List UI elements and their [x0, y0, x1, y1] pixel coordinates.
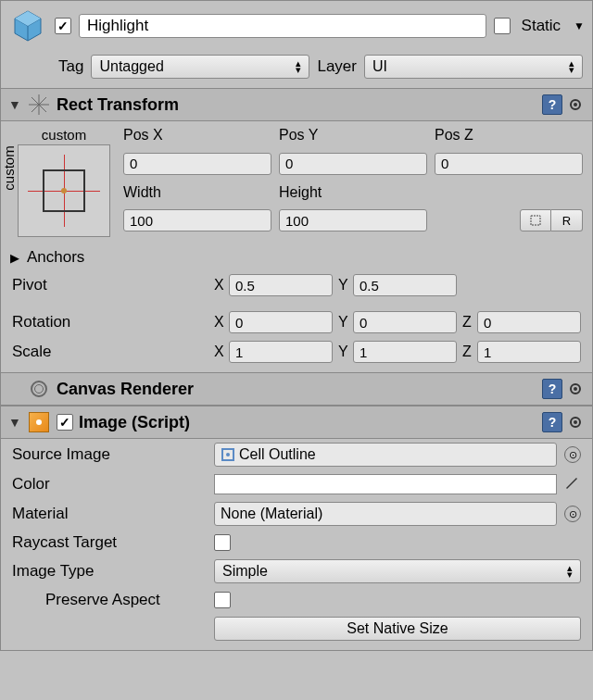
y-label: Y	[338, 344, 349, 360]
source-image-value: Cell Outline	[239, 446, 316, 463]
rotation-z-input[interactable]	[477, 311, 581, 333]
raycast-target-label: Raycast Target	[12, 533, 207, 552]
x-label: X	[214, 277, 225, 294]
static-checkbox[interactable]	[494, 18, 511, 34]
image-type-dropdown[interactable]: Simple ▴▾	[214, 559, 581, 583]
help-icon[interactable]: ?	[542, 379, 562, 399]
pivot-y-input[interactable]	[353, 274, 457, 296]
anchors-foldout[interactable]: ▶	[10, 251, 23, 265]
gameobject-cube-icon	[8, 6, 47, 45]
scale-label: Scale	[12, 343, 207, 361]
anchors-label: Anchors	[27, 248, 84, 267]
rotation-label: Rotation	[12, 313, 207, 331]
pivot-x-input[interactable]	[229, 274, 333, 296]
height-label: Height	[279, 184, 427, 206]
help-icon[interactable]: ?	[542, 94, 562, 115]
gear-icon[interactable]	[566, 96, 585, 113]
rect-transform-foldout[interactable]: ▼	[8, 97, 21, 112]
image-type-value: Simple	[222, 563, 268, 580]
posz-input[interactable]	[435, 153, 583, 175]
color-field[interactable]	[214, 474, 557, 494]
gear-icon[interactable]	[566, 381, 585, 397]
z-label: Z	[462, 344, 473, 360]
posy-input[interactable]	[279, 153, 427, 175]
svg-point-13	[574, 420, 577, 424]
rotation-y-input[interactable]	[353, 311, 457, 333]
blueprint-mode-button[interactable]	[520, 209, 551, 231]
anchor-preset-side-label: custom	[1, 145, 17, 190]
x-label: X	[214, 344, 225, 360]
scale-z-input[interactable]	[477, 341, 581, 363]
image-title: Image (Script)	[79, 413, 542, 432]
tag-value: Untagged	[99, 58, 163, 75]
pivot-label: Pivot	[12, 276, 207, 294]
posx-label: Pos X	[123, 127, 271, 149]
x-label: X	[214, 314, 225, 331]
preserve-aspect-label: Preserve Aspect	[12, 591, 207, 609]
anchor-preset-top-label: custom	[10, 127, 118, 143]
layer-dropdown[interactable]: UI ▴▾	[364, 55, 583, 79]
anchor-preset-button[interactable]: custom custom	[10, 127, 118, 237]
image-type-label: Image Type	[12, 562, 207, 581]
color-label: Color	[12, 475, 207, 494]
canvas-renderer-title: Canvas Renderer	[57, 380, 542, 399]
image-enabled-checkbox[interactable]	[57, 414, 73, 431]
tag-label: Tag	[58, 57, 83, 76]
image-component-icon	[27, 410, 51, 434]
tag-dropdown[interactable]: Untagged ▴▾	[91, 55, 309, 79]
set-native-size-button[interactable]: Set Native Size	[214, 617, 581, 641]
y-label: Y	[338, 277, 349, 294]
static-label: Static	[522, 17, 561, 35]
static-dropdown-arrow[interactable]: ▼	[574, 19, 585, 32]
svg-point-8	[574, 103, 577, 106]
material-value: None (Material)	[221, 506, 322, 522]
preserve-aspect-checkbox[interactable]	[214, 592, 231, 608]
posz-label: Pos Z	[435, 127, 583, 149]
canvas-renderer-icon	[27, 377, 51, 401]
rect-transform-title: Rect Transform	[57, 95, 542, 115]
gameobject-enabled-checkbox[interactable]	[55, 18, 71, 34]
object-picker-button[interactable]: ⊙	[564, 506, 581, 522]
help-icon[interactable]: ?	[542, 412, 562, 432]
scale-y-input[interactable]	[353, 341, 457, 363]
svg-point-11	[574, 387, 577, 391]
rotation-x-input[interactable]	[229, 311, 333, 333]
layer-label: Layer	[317, 57, 357, 76]
source-image-label: Source Image	[12, 445, 207, 464]
gear-icon[interactable]	[566, 414, 585, 431]
posx-input[interactable]	[123, 153, 271, 175]
object-picker-button[interactable]: ⊙	[564, 446, 581, 463]
svg-rect-9	[531, 216, 540, 225]
posy-label: Pos Y	[279, 127, 427, 149]
material-field[interactable]: None (Material)	[214, 502, 557, 526]
height-input[interactable]	[279, 209, 427, 231]
raw-edit-button[interactable]: R	[551, 209, 583, 231]
source-image-field[interactable]: Cell Outline	[214, 443, 557, 467]
z-label: Z	[462, 314, 473, 331]
rect-transform-icon	[27, 93, 51, 117]
layer-value: UI	[372, 58, 387, 75]
width-input[interactable]	[123, 209, 271, 231]
width-label: Width	[123, 184, 271, 206]
eyedropper-icon[interactable]	[564, 475, 581, 494]
scale-x-input[interactable]	[229, 341, 333, 363]
svg-point-15	[226, 453, 230, 456]
sprite-icon	[221, 447, 235, 462]
gameobject-name-input[interactable]	[79, 14, 486, 38]
material-label: Material	[12, 505, 207, 523]
y-label: Y	[338, 314, 349, 331]
raycast-target-checkbox[interactable]	[214, 534, 231, 551]
image-foldout[interactable]: ▼	[8, 415, 21, 430]
